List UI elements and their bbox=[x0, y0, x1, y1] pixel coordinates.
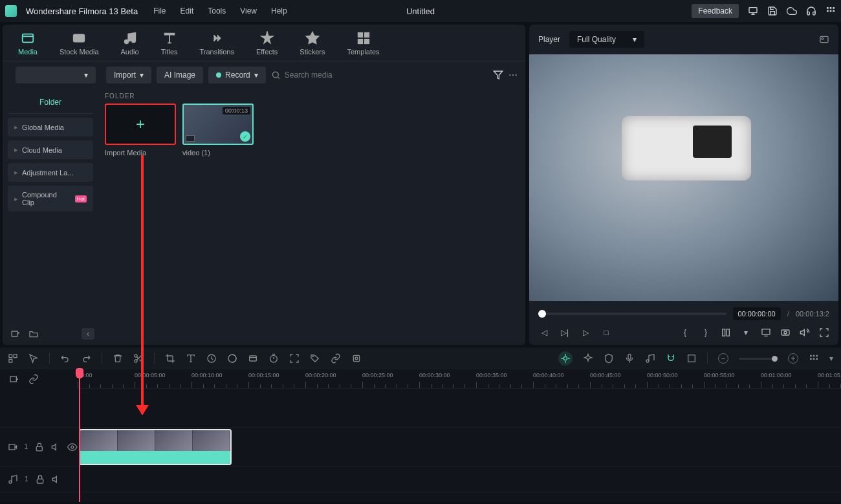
music-icon[interactable] bbox=[645, 353, 655, 364]
menu-help[interactable]: Help bbox=[271, 6, 287, 16]
arrow-tool-icon[interactable] bbox=[28, 353, 39, 364]
tab-stickers[interactable]: Stickers bbox=[300, 31, 325, 56]
expand-icon[interactable] bbox=[289, 353, 300, 364]
main-menu: File Edit Tools View Help bbox=[153, 6, 287, 16]
mute-icon[interactable] bbox=[51, 442, 61, 452]
tab-transitions[interactable]: Transitions bbox=[200, 31, 234, 56]
ai-image-button[interactable]: AI Image bbox=[157, 67, 203, 83]
color-icon[interactable] bbox=[227, 353, 237, 364]
stop-button[interactable]: □ bbox=[600, 327, 612, 338]
menu-tools[interactable]: Tools bbox=[208, 6, 226, 16]
quality-dropdown[interactable]: Full Quality▾ bbox=[569, 31, 644, 48]
sidebar-item-compound-clip[interactable]: ▸Compound ClipHot bbox=[8, 186, 93, 212]
lock-icon[interactable] bbox=[35, 474, 45, 485]
ruler-mark: 00:00:35:00 bbox=[476, 372, 507, 378]
import-dropdown[interactable]: Import▾ bbox=[106, 67, 151, 83]
sidebar-item-cloud-media[interactable]: ▸Cloud Media bbox=[8, 140, 93, 159]
prev-frame-button[interactable]: ◁ bbox=[538, 327, 550, 338]
delete-icon[interactable] bbox=[113, 353, 123, 364]
sidebar-item-adjustment-layer[interactable]: ▸Adjustment La... bbox=[8, 163, 93, 182]
columns-icon[interactable] bbox=[721, 327, 731, 338]
lock-icon[interactable] bbox=[34, 442, 45, 452]
monitor-icon[interactable] bbox=[748, 6, 758, 16]
svg-rect-45 bbox=[813, 358, 815, 360]
search-input[interactable] bbox=[285, 71, 488, 80]
svg-rect-18 bbox=[820, 36, 828, 42]
svg-point-24 bbox=[784, 331, 787, 334]
frame-icon[interactable] bbox=[686, 353, 697, 364]
sparkle-icon[interactable] bbox=[583, 353, 593, 364]
play-backward-button[interactable]: ▷| bbox=[559, 327, 571, 338]
view-mode-icon[interactable] bbox=[809, 353, 819, 364]
view-mode-dropdown[interactable]: ▾ bbox=[829, 354, 833, 363]
tab-titles[interactable]: Titles bbox=[161, 31, 178, 56]
tab-audio[interactable]: Audio bbox=[121, 31, 139, 56]
playhead[interactable] bbox=[79, 369, 80, 502]
save-icon[interactable] bbox=[767, 6, 778, 16]
tab-media[interactable]: Media bbox=[18, 31, 38, 56]
volume-icon[interactable] bbox=[800, 327, 810, 338]
media-clip-card[interactable]: 00:00:13 ✓ video (1) bbox=[182, 104, 254, 157]
crop-icon[interactable] bbox=[165, 353, 175, 364]
speed-icon[interactable] bbox=[206, 353, 217, 364]
redo-icon[interactable] bbox=[81, 353, 91, 364]
apps-icon[interactable] bbox=[825, 6, 836, 16]
text-icon[interactable] bbox=[186, 353, 196, 364]
mic-icon[interactable] bbox=[624, 353, 635, 364]
display-icon[interactable] bbox=[761, 327, 771, 338]
fullscreen-icon[interactable] bbox=[819, 327, 829, 338]
timer-icon[interactable] bbox=[268, 353, 279, 364]
play-button[interactable]: ▷ bbox=[580, 327, 591, 338]
snapshot-icon[interactable] bbox=[819, 34, 829, 45]
feedback-button[interactable]: Feedback bbox=[692, 4, 739, 18]
app-logo-icon bbox=[5, 5, 17, 17]
mark-out-button[interactable]: } bbox=[700, 327, 712, 338]
mark-in-button[interactable]: { bbox=[679, 327, 691, 338]
track-add-icon[interactable] bbox=[9, 374, 19, 384]
target-icon[interactable] bbox=[351, 353, 362, 364]
svg-rect-22 bbox=[762, 329, 770, 334]
safe-zone-dropdown[interactable]: ▾ bbox=[740, 327, 752, 338]
tag-icon[interactable] bbox=[310, 353, 320, 364]
zoom-slider[interactable] bbox=[739, 358, 778, 360]
new-bin-icon[interactable] bbox=[10, 329, 21, 339]
player-panel: Player Full Quality▾ 00:00:00:00 / 00:00… bbox=[529, 25, 838, 345]
tab-stock-media[interactable]: Stock Media bbox=[60, 31, 99, 56]
document-title: Untitled bbox=[406, 6, 435, 16]
sidebar-collapse-button[interactable]: ▾ bbox=[16, 67, 96, 83]
grid-tool-icon[interactable] bbox=[8, 353, 18, 364]
shield-icon[interactable] bbox=[604, 353, 614, 364]
more-icon[interactable]: ⋯ bbox=[508, 70, 518, 80]
undo-icon[interactable] bbox=[60, 353, 71, 364]
record-dropdown[interactable]: Record▾ bbox=[208, 67, 266, 83]
import-media-card[interactable]: + Import Media bbox=[105, 104, 176, 157]
svg-rect-42 bbox=[813, 355, 815, 357]
link-icon[interactable] bbox=[331, 353, 341, 364]
svg-rect-47 bbox=[10, 377, 16, 382]
menu-edit[interactable]: Edit bbox=[180, 6, 194, 16]
tab-effects[interactable]: Effects bbox=[256, 31, 278, 56]
folder-icon[interactable] bbox=[28, 329, 39, 339]
sidebar-collapse-icon[interactable]: ‹ bbox=[82, 328, 94, 340]
eye-icon[interactable] bbox=[67, 442, 78, 452]
mask-icon[interactable] bbox=[248, 353, 258, 364]
ai-tool-icon[interactable] bbox=[558, 351, 573, 366]
sidebar-item-global-media[interactable]: ▸Global Media bbox=[8, 118, 93, 137]
track-link-icon[interactable] bbox=[28, 374, 39, 384]
magnet-icon[interactable] bbox=[666, 353, 676, 364]
tab-templates[interactable]: Templates bbox=[347, 31, 379, 56]
mute-icon[interactable] bbox=[52, 474, 62, 485]
zoom-out-icon[interactable]: − bbox=[718, 353, 728, 364]
menu-view[interactable]: View bbox=[240, 6, 257, 16]
capture-icon[interactable] bbox=[780, 327, 791, 338]
headset-icon[interactable] bbox=[806, 6, 816, 16]
seek-slider[interactable] bbox=[538, 312, 726, 315]
filter-icon[interactable] bbox=[493, 70, 503, 80]
zoom-in-icon[interactable]: + bbox=[788, 353, 798, 364]
cloud-icon[interactable] bbox=[787, 6, 797, 16]
timeline-clip[interactable] bbox=[79, 429, 232, 465]
menu-file[interactable]: File bbox=[153, 6, 166, 16]
timeline-ruler[interactable]: 00:0000:00:05:0000:00:10:0000:00:15:0000… bbox=[78, 369, 841, 389]
svg-rect-40 bbox=[688, 355, 695, 362]
video-preview[interactable] bbox=[529, 54, 838, 301]
